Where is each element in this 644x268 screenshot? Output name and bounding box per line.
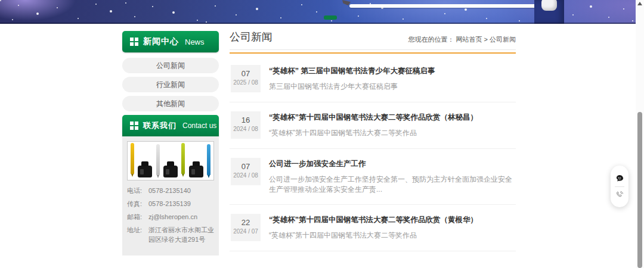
news-date-block: 07 2025 / 08 xyxy=(231,65,261,92)
grid-icon xyxy=(130,38,138,46)
breadcrumb-separator: > xyxy=(484,36,488,43)
main-header: 公司新闻 您现在的位置： 网站首页 > 公司新闻 xyxy=(230,30,516,50)
sidebar-menu-item-label: 其他新闻 xyxy=(156,99,185,109)
news-list: 07 2025 / 08 “英雄杯” 第三届中国钢笔书法青少年大赛征稿启事 第三… xyxy=(230,56,516,251)
contact-row-label: 电话: xyxy=(127,186,148,196)
blue-pen-graphic xyxy=(207,144,210,175)
chat-icon[interactable] xyxy=(615,174,624,183)
pen-body-graphic xyxy=(349,4,535,8)
contact-row-label: 传真: xyxy=(127,200,148,209)
contact-row-value: zj@lsheropen.cn xyxy=(148,213,214,222)
news-date-day: 07 xyxy=(231,69,261,78)
news-item[interactable]: 16 2024 / 08 “英雄杯”第十四届中国钢笔书法大赛二等奖作品欣赏（林秘… xyxy=(230,102,516,149)
news-text: “英雄杯” 第三届中国钢笔书法青少年大赛征稿启事 第三届中国钢笔书法青少年大赛征… xyxy=(269,65,515,92)
news-date-day: 22 xyxy=(231,218,261,227)
contact-us-header: 联系我们 Contact us xyxy=(122,115,219,136)
contact-row: 电话: 0578-2135140 xyxy=(127,186,214,196)
news-center-title-en: News xyxy=(185,38,205,46)
product-pens-image xyxy=(127,141,214,180)
phone-icon[interactable] xyxy=(615,190,624,200)
floating-contact-widget xyxy=(611,166,628,207)
contact-row-value: 0578-2135139 xyxy=(148,200,214,209)
news-summary: 公司进一步加强安全生产工作坚持安全第一、预防为主方针全面加强企业安全生产管理推动… xyxy=(269,174,515,195)
contact-row: 地址: 浙江省丽水市水阁工业园区绿谷大道291号 xyxy=(127,226,214,245)
sidebar-menu-item[interactable]: 行业新闻 xyxy=(122,77,219,92)
news-text: “英雄杯”第十四届中国钢笔书法大赛二等奖作品欣赏（林秘昌） “英雄杯”第十四届中… xyxy=(269,111,515,139)
sidebar: 新闻中心 News 公司新闻 行业新闻 其他新闻 联系我们 Contact us… xyxy=(122,31,219,255)
stars-decoration xyxy=(0,0,1,1)
ink-bottle-graphic xyxy=(138,166,152,177)
contact-title-zh: 联系我们 xyxy=(143,120,177,131)
news-summary: 第三届中国钢笔书法青少年大赛征稿启事 xyxy=(269,82,515,92)
sidebar-menu-item[interactable]: 公司新闻 xyxy=(122,58,219,73)
top-banner xyxy=(0,0,636,24)
widget-divider xyxy=(615,186,624,187)
news-date-block: 07 2024 / 08 xyxy=(231,158,261,185)
news-date-yearmonth: 2025 / 08 xyxy=(231,79,261,86)
news-summary: “英雄杯”第十四届中国钢笔书法大赛二等奖作品 xyxy=(269,128,515,138)
contact-row-label: 邮箱: xyxy=(127,213,148,222)
news-date-block: 16 2024 / 08 xyxy=(231,111,261,139)
news-date-yearmonth: 2024 / 08 xyxy=(231,172,261,179)
news-text: 公司进一步加强安全生产工作 公司进一步加强安全生产工作坚持安全第一、预防为主方针… xyxy=(269,158,515,195)
contact-title-en: Contact us xyxy=(182,121,216,130)
vertical-scrollbar[interactable] xyxy=(636,0,644,268)
sidebar-menu: 公司新闻 行业新闻 其他新闻 xyxy=(122,58,219,111)
news-title-link[interactable]: “英雄杯”第十四届中国钢笔书法大赛二等奖作品欣赏（黄根华） xyxy=(269,215,515,225)
silver-pen-graphic xyxy=(156,144,160,175)
ink-bottle-graphic xyxy=(163,166,178,177)
contact-row-label: 地址: xyxy=(127,226,148,245)
breadcrumb-home-link[interactable]: 网站首页 xyxy=(456,36,482,43)
news-text: “英雄杯”第十四届中国钢笔书法大赛二等奖作品欣赏（黄根华） “英雄杯”第十四届中… xyxy=(269,214,515,241)
scrollbar-thumb[interactable] xyxy=(637,112,642,268)
ink-bottle-graphic xyxy=(189,166,203,177)
main-content: 公司新闻 您现在的位置： 网站首页 > 公司新闻 07 2025 / 08 “英… xyxy=(230,30,516,268)
contact-info: 电话: 0578-2135140 传真: 0578-2135139 邮箱: zj… xyxy=(127,186,214,245)
news-date-yearmonth: 2024 / 08 xyxy=(231,126,261,132)
contact-panel: 电话: 0578-2135140 传真: 0578-2135139 邮箱: zj… xyxy=(122,136,219,255)
ink-bottle-graphic xyxy=(534,0,564,24)
grid-icon xyxy=(130,121,138,130)
sidebar-menu-item-label: 行业新闻 xyxy=(156,80,185,90)
news-date-day: 16 xyxy=(231,116,261,124)
news-item[interactable]: 22 2024 / 07 “英雄杯”第十四届中国钢笔书法大赛二等奖作品欣赏（黄根… xyxy=(230,205,516,251)
news-title-link[interactable]: “英雄杯”第十四届中国钢笔书法大赛二等奖作品欣赏（林秘昌） xyxy=(269,113,515,123)
banner-green-pill xyxy=(324,15,337,20)
accent-divider xyxy=(230,52,516,54)
page-title: 公司新闻 xyxy=(230,30,273,44)
yellow-pen-graphic xyxy=(131,143,134,174)
news-date-day: 07 xyxy=(231,162,261,171)
news-date-yearmonth: 2024 / 07 xyxy=(231,228,261,235)
news-center-header: 新闻中心 News xyxy=(122,31,219,52)
news-title-link[interactable]: 公司进一步加强安全生产工作 xyxy=(269,159,515,169)
news-center-title-zh: 新闻中心 xyxy=(143,36,179,47)
breadcrumb: 您现在的位置： 网站首页 > 公司新闻 xyxy=(408,35,516,44)
scroll-up-arrow-icon[interactable] xyxy=(637,2,642,5)
green-pen-graphic xyxy=(181,143,185,174)
contact-row-value: 0578-2135140 xyxy=(148,186,214,196)
news-title-link[interactable]: “英雄杯” 第三届中国钢笔书法青少年大赛征稿启事 xyxy=(269,66,515,76)
news-date-block: 22 2024 / 07 xyxy=(231,214,261,241)
news-item[interactable]: 07 2024 / 08 公司进一步加强安全生产工作 公司进一步加强安全生产工作… xyxy=(230,149,516,205)
contact-row: 邮箱: zj@lsheropen.cn xyxy=(127,213,214,222)
news-summary: “英雄杯”第十四届中国钢笔书法大赛二等奖作品 xyxy=(269,230,515,241)
breadcrumb-prefix: 您现在的位置： xyxy=(408,36,454,43)
breadcrumb-current-link[interactable]: 公司新闻 xyxy=(490,36,516,43)
sidebar-menu-item-label: 公司新闻 xyxy=(156,61,185,71)
contact-row-value: 浙江省丽水市水阁工业园区绿谷大道291号 xyxy=(148,226,214,245)
contact-row: 传真: 0578-2135139 xyxy=(127,200,214,209)
news-item[interactable]: 07 2025 / 08 “英雄杯” 第三届中国钢笔书法青少年大赛征稿启事 第三… xyxy=(230,56,516,102)
sidebar-menu-item[interactable]: 其他新闻 xyxy=(122,96,219,111)
ink-bottle-cap xyxy=(541,0,557,11)
